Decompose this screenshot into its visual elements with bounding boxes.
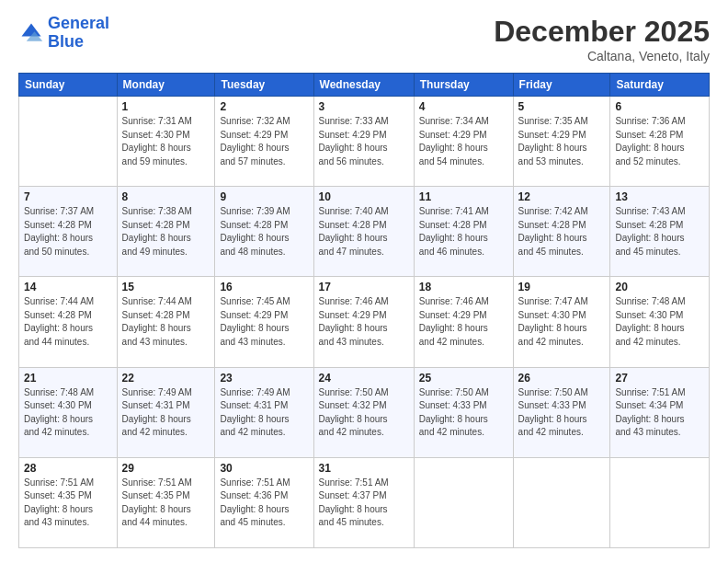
day-info: Sunrise: 7:46 AM Sunset: 4:29 PM Dayligh…	[419, 295, 508, 349]
calendar-cell	[610, 457, 710, 547]
day-number: 11	[419, 190, 508, 203]
day-info: Sunrise: 7:45 AM Sunset: 4:29 PM Dayligh…	[220, 295, 308, 349]
calendar-cell: 16Sunrise: 7:45 AM Sunset: 4:29 PM Dayli…	[215, 277, 313, 367]
day-number: 27	[615, 372, 704, 385]
calendar-cell: 23Sunrise: 7:49 AM Sunset: 4:31 PM Dayli…	[215, 367, 313, 457]
day-info: Sunrise: 7:49 AM Sunset: 4:31 PM Dayligh…	[122, 386, 210, 440]
day-number: 1	[122, 100, 210, 113]
calendar-cell: 26Sunrise: 7:50 AM Sunset: 4:33 PM Dayli…	[513, 367, 610, 457]
day-info: Sunrise: 7:51 AM Sunset: 4:36 PM Dayligh…	[220, 477, 308, 530]
header: General Blue December 2025 Caltana, Vene…	[18, 15, 710, 63]
calendar-cell: 12Sunrise: 7:42 AM Sunset: 4:28 PM Dayli…	[513, 187, 610, 277]
calendar-cell: 13Sunrise: 7:43 AM Sunset: 4:28 PM Dayli…	[610, 187, 710, 277]
day-number: 7	[24, 190, 112, 203]
day-number: 13	[615, 190, 704, 203]
calendar-cell: 3Sunrise: 7:33 AM Sunset: 4:29 PM Daylig…	[313, 97, 414, 187]
calendar-week-1: 1Sunrise: 7:31 AM Sunset: 4:30 PM Daylig…	[19, 97, 710, 187]
calendar-cell: 17Sunrise: 7:46 AM Sunset: 4:29 PM Dayli…	[313, 277, 414, 367]
calendar-cell: 7Sunrise: 7:37 AM Sunset: 4:28 PM Daylig…	[19, 187, 118, 277]
calendar-table: SundayMondayTuesdayWednesdayThursdayFrid…	[18, 73, 710, 548]
logo: General Blue	[18, 15, 109, 52]
day-info: Sunrise: 7:46 AM Sunset: 4:29 PM Dayligh…	[319, 295, 409, 349]
day-number: 24	[319, 372, 409, 385]
day-info: Sunrise: 7:50 AM Sunset: 4:33 PM Dayligh…	[518, 386, 606, 440]
location-subtitle: Caltana, Veneto, Italy	[494, 49, 710, 63]
day-info: Sunrise: 7:38 AM Sunset: 4:28 PM Dayligh…	[122, 205, 210, 259]
calendar-cell: 11Sunrise: 7:41 AM Sunset: 4:28 PM Dayli…	[414, 187, 513, 277]
day-number: 18	[419, 281, 508, 293]
day-number: 17	[319, 281, 409, 293]
logo-icon	[18, 20, 44, 46]
day-info: Sunrise: 7:32 AM Sunset: 4:29 PM Dayligh…	[220, 115, 308, 168]
day-number: 5	[518, 100, 606, 113]
day-info: Sunrise: 7:31 AM Sunset: 4:30 PM Dayligh…	[122, 115, 210, 168]
calendar-cell: 6Sunrise: 7:36 AM Sunset: 4:28 PM Daylig…	[610, 97, 710, 187]
logo-text: General Blue	[48, 15, 109, 52]
calendar-week-5: 28Sunrise: 7:51 AM Sunset: 4:35 PM Dayli…	[19, 457, 710, 547]
weekday-header-saturday: Saturday	[610, 74, 710, 97]
calendar-cell: 21Sunrise: 7:48 AM Sunset: 4:30 PM Dayli…	[19, 367, 118, 457]
day-info: Sunrise: 7:51 AM Sunset: 4:37 PM Dayligh…	[319, 477, 409, 530]
logo-general: General	[48, 14, 109, 32]
day-number: 6	[615, 100, 704, 113]
page: General Blue December 2025 Caltana, Vene…	[0, 0, 728, 563]
day-info: Sunrise: 7:51 AM Sunset: 4:34 PM Dayligh…	[615, 386, 704, 440]
day-number: 23	[220, 372, 308, 385]
day-info: Sunrise: 7:49 AM Sunset: 4:31 PM Dayligh…	[220, 386, 308, 440]
day-info: Sunrise: 7:51 AM Sunset: 4:35 PM Dayligh…	[122, 477, 210, 530]
weekday-header-thursday: Thursday	[414, 74, 513, 97]
day-info: Sunrise: 7:40 AM Sunset: 4:28 PM Dayligh…	[319, 205, 409, 259]
calendar-cell: 14Sunrise: 7:44 AM Sunset: 4:28 PM Dayli…	[19, 277, 118, 367]
day-number: 22	[122, 372, 210, 385]
day-number: 30	[220, 462, 308, 475]
weekday-header-sunday: Sunday	[19, 74, 118, 97]
day-info: Sunrise: 7:50 AM Sunset: 4:32 PM Dayligh…	[319, 386, 409, 440]
day-number: 2	[220, 100, 308, 113]
day-info: Sunrise: 7:33 AM Sunset: 4:29 PM Dayligh…	[319, 115, 409, 168]
day-number: 12	[518, 190, 606, 203]
calendar-cell: 27Sunrise: 7:51 AM Sunset: 4:34 PM Dayli…	[610, 367, 710, 457]
day-info: Sunrise: 7:43 AM Sunset: 4:28 PM Dayligh…	[615, 205, 704, 259]
day-number: 10	[319, 190, 409, 203]
calendar-cell: 15Sunrise: 7:44 AM Sunset: 4:28 PM Dayli…	[117, 277, 215, 367]
logo-blue: Blue	[48, 32, 84, 51]
day-info: Sunrise: 7:47 AM Sunset: 4:30 PM Dayligh…	[518, 295, 606, 349]
day-info: Sunrise: 7:41 AM Sunset: 4:28 PM Dayligh…	[419, 205, 508, 259]
day-number: 14	[24, 281, 112, 293]
svg-marker-0	[22, 23, 41, 36]
day-info: Sunrise: 7:34 AM Sunset: 4:29 PM Dayligh…	[419, 115, 508, 168]
calendar-week-3: 14Sunrise: 7:44 AM Sunset: 4:28 PM Dayli…	[19, 277, 710, 367]
day-info: Sunrise: 7:51 AM Sunset: 4:35 PM Dayligh…	[24, 477, 112, 530]
day-number: 4	[419, 100, 508, 113]
day-info: Sunrise: 7:50 AM Sunset: 4:33 PM Dayligh…	[419, 386, 508, 440]
day-number: 19	[518, 281, 606, 293]
title-block: December 2025 Caltana, Veneto, Italy	[494, 15, 710, 63]
calendar-cell	[414, 457, 513, 547]
day-number: 16	[220, 281, 308, 293]
calendar-cell: 24Sunrise: 7:50 AM Sunset: 4:32 PM Dayli…	[313, 367, 414, 457]
day-number: 25	[419, 372, 508, 385]
calendar-cell: 10Sunrise: 7:40 AM Sunset: 4:28 PM Dayli…	[313, 187, 414, 277]
weekday-header-tuesday: Tuesday	[215, 74, 313, 97]
day-info: Sunrise: 7:36 AM Sunset: 4:28 PM Dayligh…	[615, 115, 704, 168]
day-info: Sunrise: 7:48 AM Sunset: 4:30 PM Dayligh…	[615, 295, 704, 349]
day-number: 21	[24, 372, 112, 385]
calendar-cell: 9Sunrise: 7:39 AM Sunset: 4:28 PM Daylig…	[215, 187, 313, 277]
day-number: 26	[518, 372, 606, 385]
day-number: 9	[220, 190, 308, 203]
month-title: December 2025	[494, 15, 710, 49]
day-info: Sunrise: 7:37 AM Sunset: 4:28 PM Dayligh…	[24, 205, 112, 259]
day-number: 28	[24, 462, 112, 475]
day-number: 3	[319, 100, 409, 113]
day-info: Sunrise: 7:42 AM Sunset: 4:28 PM Dayligh…	[518, 205, 606, 259]
calendar-week-4: 21Sunrise: 7:48 AM Sunset: 4:30 PM Dayli…	[19, 367, 710, 457]
day-number: 20	[615, 281, 704, 293]
day-info: Sunrise: 7:39 AM Sunset: 4:28 PM Dayligh…	[220, 205, 308, 259]
calendar-cell: 19Sunrise: 7:47 AM Sunset: 4:30 PM Dayli…	[513, 277, 610, 367]
day-info: Sunrise: 7:48 AM Sunset: 4:30 PM Dayligh…	[24, 386, 112, 440]
calendar-header: SundayMondayTuesdayWednesdayThursdayFrid…	[19, 74, 710, 97]
calendar-cell: 4Sunrise: 7:34 AM Sunset: 4:29 PM Daylig…	[414, 97, 513, 187]
weekday-header-friday: Friday	[513, 74, 610, 97]
calendar-cell: 2Sunrise: 7:32 AM Sunset: 4:29 PM Daylig…	[215, 97, 313, 187]
day-number: 8	[122, 190, 210, 203]
